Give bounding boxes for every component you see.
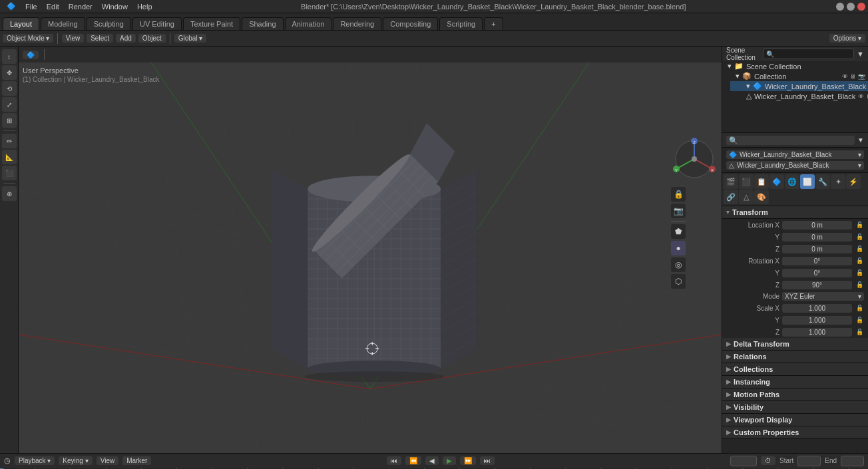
move-tool-btn[interactable]: ✥ bbox=[2, 65, 17, 80]
menu-render[interactable]: Render bbox=[65, 2, 97, 11]
scale-x-value[interactable]: 1.000 bbox=[782, 304, 852, 313]
location-y-value[interactable]: 0 m bbox=[782, 233, 852, 241]
add-cube-btn[interactable]: ⬛ bbox=[2, 166, 17, 180]
outliner-filter-icon[interactable]: ▼ bbox=[857, 50, 864, 58]
viewport-display-section[interactable]: ▶ Viewport Display bbox=[722, 414, 868, 426]
jump-start-btn[interactable]: ⏮ bbox=[387, 456, 401, 465]
delta-transform-section[interactable]: ▶ Delta Transform bbox=[722, 338, 868, 351]
instancing-section[interactable]: ▶ Instancing bbox=[722, 376, 868, 389]
prop-tab-object[interactable]: ⬜ bbox=[800, 174, 815, 189]
scale-y-lock[interactable]: 🔓 bbox=[855, 315, 864, 325]
tab-rendering[interactable]: Rendering bbox=[333, 17, 381, 30]
outliner-mesh-item[interactable]: △ Wicker_Laundry_Basket_Black 👁 🖥 bbox=[722, 91, 868, 101]
scale-y-value[interactable]: 1.000 bbox=[782, 316, 852, 325]
start-frame-input[interactable]: 1 bbox=[797, 456, 821, 466]
viewport-canvas[interactable]: User Perspective (1) Collection | Wicker… bbox=[19, 63, 722, 453]
measure-btn[interactable]: 📐 bbox=[2, 150, 17, 164]
object-menu[interactable]: Object bbox=[138, 34, 166, 43]
scale-tool-btn[interactable]: ⤢ bbox=[2, 97, 17, 112]
play-btn[interactable]: ▶ bbox=[443, 456, 456, 465]
viewport-area[interactable]: 🔷 bbox=[19, 47, 722, 453]
rotation-y-lock[interactable]: 🔓 bbox=[855, 268, 864, 277]
visibility-section[interactable]: ▶ Visibility bbox=[722, 401, 868, 414]
play-reverse-btn[interactable]: ◀ bbox=[425, 456, 439, 465]
vis-render-icon[interactable]: 📷 bbox=[858, 73, 865, 80]
prop-tab-render[interactable]: 🎬 bbox=[724, 174, 738, 189]
viewport-nav-gizmo[interactable]: 🔷 bbox=[23, 51, 39, 59]
add-menu[interactable]: Add bbox=[116, 34, 136, 43]
annotate-btn[interactable]: ✏ bbox=[2, 134, 17, 148]
viewport-render-mode[interactable]: ⬟ bbox=[671, 224, 686, 239]
keying-menu[interactable]: Keying ▾ bbox=[59, 456, 92, 465]
mesh-select[interactable]: △ Wicker_Laundry_Basket_Black ▾ bbox=[726, 161, 864, 170]
location-x-lock[interactable]: 🔓 bbox=[855, 220, 864, 230]
prop-tab-particles[interactable]: ✦ bbox=[831, 174, 845, 189]
location-z-lock[interactable]: 🔓 bbox=[855, 244, 864, 253]
prop-filter-icon[interactable]: ▼ bbox=[857, 136, 864, 144]
prop-tab-material[interactable]: 🎨 bbox=[754, 190, 769, 204]
menu-blender[interactable]: 🔷 bbox=[3, 1, 20, 11]
rotation-y-value[interactable]: 0° bbox=[782, 269, 852, 277]
collections-section[interactable]: ▶ Collections bbox=[722, 363, 868, 376]
transform-orient[interactable]: Global ▾ bbox=[174, 34, 206, 43]
prop-tab-constraints[interactable]: 🔗 bbox=[724, 190, 738, 204]
rotation-x-value[interactable]: 0° bbox=[782, 257, 852, 265]
viewport-wire-mode[interactable]: ⬡ bbox=[671, 274, 686, 289]
marker-menu[interactable]: Marker bbox=[122, 456, 151, 465]
tab-sculpting[interactable]: Sculpting bbox=[87, 17, 131, 30]
transform-tool-btn[interactable]: ⊞ bbox=[2, 113, 17, 128]
view-menu[interactable]: View bbox=[62, 34, 85, 43]
close-button[interactable] bbox=[857, 3, 865, 11]
rotate-tool-btn[interactable]: ⟲ bbox=[2, 81, 17, 96]
motion-paths-section[interactable]: ▶ Motion Paths bbox=[722, 389, 868, 401]
scale-z-lock[interactable]: 🔓 bbox=[855, 327, 864, 337]
tab-texture-paint[interactable]: Texture Paint bbox=[183, 17, 240, 30]
viewport-camera-btn[interactable]: 📷 bbox=[671, 204, 686, 218]
options-button[interactable]: Options ▾ bbox=[829, 34, 865, 43]
maximize-button[interactable] bbox=[847, 3, 855, 11]
location-y-lock[interactable]: 🔓 bbox=[855, 232, 864, 241]
cursor-btn[interactable]: ⊕ bbox=[2, 186, 17, 201]
outliner-collection-item[interactable]: ▾ 📦 Collection 👁 🖥 📷 bbox=[730, 71, 868, 81]
tab-modeling[interactable]: Modeling bbox=[41, 17, 85, 30]
tab-scripting[interactable]: Scripting bbox=[439, 17, 483, 30]
custom-properties-section[interactable]: ▶ Custom Properties bbox=[722, 426, 868, 439]
prop-tab-scene[interactable]: 🔷 bbox=[769, 174, 784, 189]
prop-tab-data[interactable]: △ bbox=[739, 190, 754, 204]
end-frame-input[interactable]: 250 bbox=[841, 456, 864, 466]
prop-search-input[interactable] bbox=[726, 136, 855, 145]
menu-edit[interactable]: Edit bbox=[43, 2, 63, 11]
view-menu-timeline[interactable]: View bbox=[97, 456, 119, 465]
prop-tab-world[interactable]: 🌐 bbox=[785, 174, 799, 189]
menu-help[interactable]: Help bbox=[133, 2, 156, 11]
prop-tab-view-layer[interactable]: 📋 bbox=[754, 174, 769, 189]
object-select[interactable]: 🔷 Wicker_Laundry_Basket_Black ▾ bbox=[726, 150, 864, 159]
tab-layout[interactable]: Layout bbox=[3, 17, 39, 30]
tab-shading[interactable]: Shading bbox=[242, 17, 283, 30]
prop-tab-physics[interactable]: ⚡ bbox=[846, 174, 861, 189]
playback-menu[interactable]: Playback ▾ bbox=[15, 456, 55, 465]
viewport-lock-btn[interactable]: 🔒 bbox=[671, 187, 686, 202]
mesh-vis-eye-icon[interactable]: 👁 bbox=[858, 93, 864, 100]
outliner-search[interactable] bbox=[763, 49, 854, 59]
scale-x-lock[interactable]: 🔓 bbox=[855, 303, 864, 313]
step-forward-btn[interactable]: ⏩ bbox=[460, 456, 476, 465]
prop-tab-output[interactable]: ⬛ bbox=[739, 174, 754, 189]
select-menu[interactable]: Select bbox=[87, 34, 113, 43]
location-z-value[interactable]: 0 m bbox=[782, 245, 852, 253]
menu-file[interactable]: File bbox=[21, 2, 41, 11]
minimize-button[interactable] bbox=[836, 3, 844, 11]
viewport-lw-mode[interactable]: ◎ bbox=[671, 257, 686, 272]
rotation-x-lock[interactable]: 🔓 bbox=[855, 256, 864, 265]
rotation-mode-select[interactable]: XYZ Euler ▾ bbox=[782, 292, 864, 301]
scale-z-value[interactable]: 1.000 bbox=[782, 328, 852, 337]
select-tool-btn[interactable]: ↕ bbox=[2, 49, 17, 64]
tab-uv-editing[interactable]: UV Editing bbox=[132, 17, 182, 30]
tab-compositing[interactable]: Compositing bbox=[383, 17, 438, 30]
relations-section[interactable]: ▶ Relations bbox=[722, 351, 868, 363]
outliner-scene-collection[interactable]: ▾ 📁 Scene Collection bbox=[722, 61, 868, 71]
menu-window[interactable]: Window bbox=[98, 2, 132, 11]
current-frame-input[interactable]: 1 bbox=[730, 456, 757, 466]
timing-icon[interactable]: ⏱ bbox=[761, 456, 775, 465]
outliner-object-item[interactable]: ▾ 🔷 Wicker_Laundry_Basket_Black 👁 🖥 📷 bbox=[730, 81, 868, 91]
